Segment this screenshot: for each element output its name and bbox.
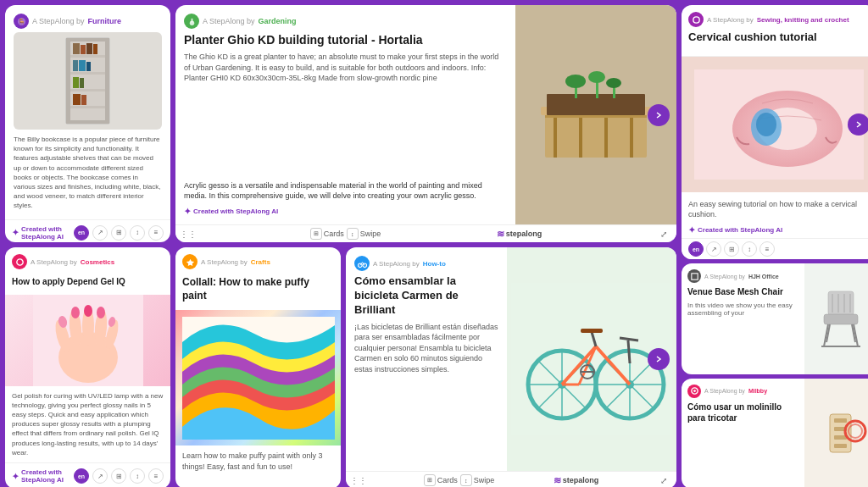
cards-btn[interactable]: ⊞ — [111, 225, 126, 241]
stepalong-logo: ≋ stepalong — [554, 475, 599, 486]
mol-title: Cómo usar un molinillo para tricotar — [687, 401, 798, 423]
mesh-title: Venue Base Mesh Chair — [687, 286, 798, 297]
card-tag: A StepAlong by Milbby — [687, 385, 798, 398]
card-billy: 🪑 A StepAlong by Furniture — [5, 5, 170, 242]
next-button[interactable] — [648, 348, 670, 370]
tag-prefix: A StepAlong by — [704, 274, 745, 279]
svg-point-56 — [693, 390, 696, 392]
svg-rect-60 — [834, 435, 847, 440]
swipe-icon[interactable]: ↕ — [347, 228, 359, 240]
svg-point-75 — [97, 307, 105, 318]
cards-icon[interactable]: ⊞ — [424, 474, 436, 486]
svg-rect-49 — [824, 314, 858, 324]
ai-label: ✦ Created with StepAlong AI — [184, 207, 507, 216]
toolbar: ⋮⋮ ⊞ Cards ↕ Swipe ≋ stepalong ⤢ — [175, 224, 676, 242]
view-options[interactable]: ⊞ Cards ↕ Swipe — [310, 228, 381, 240]
right-column: A StepAlong by Sewing, knitting and croc… — [682, 5, 868, 487]
card-tag: A StepAlong by How-to — [354, 256, 498, 271]
gel-image — [5, 295, 170, 386]
lang-btn[interactable]: en — [688, 241, 704, 257]
swipe-btn[interactable]: ↕ — [742, 241, 757, 257]
ai-label: ✦ Created with StepAlong AI — [12, 468, 74, 484]
tag-prefix: A StepAlong by — [201, 258, 248, 266]
tag-icon — [354, 256, 370, 271]
cards-btn[interactable]: ⊞ — [724, 241, 739, 257]
tag-icon — [688, 12, 704, 27]
svg-rect-27 — [579, 118, 582, 158]
card-title: Cervical cushion tutorial — [688, 30, 868, 45]
card-mesh: A StepAlong by HJH Office Venue Base Mes… — [682, 263, 868, 374]
share-btn[interactable]: ↗ — [92, 468, 108, 484]
card-tag: A StepAlong by Cosmetics — [5, 247, 170, 269]
expand-icon[interactable]: ⤢ — [658, 474, 670, 486]
svg-rect-4 — [105, 38, 109, 124]
expand-icon[interactable]: ⤢ — [658, 228, 670, 240]
svg-rect-10 — [70, 106, 105, 108]
swipe-option[interactable]: ↕ Swipe — [347, 228, 381, 240]
svg-point-35 — [588, 71, 605, 83]
svg-rect-6 — [66, 120, 109, 124]
svg-text:🪑: 🪑 — [18, 18, 26, 25]
svg-rect-5 — [66, 38, 109, 42]
swipe-option[interactable]: ↕ Swipe — [460, 474, 495, 486]
mesh-desc: In this video we show you the easy assem… — [687, 302, 798, 317]
svg-rect-18 — [73, 77, 79, 88]
svg-rect-26 — [554, 118, 557, 158]
card-tag: A StepAlong by Gardening — [184, 14, 507, 29]
share-btn[interactable]: ↗ — [92, 225, 108, 241]
planter-image — [515, 5, 676, 224]
cards-icon[interactable]: ⊞ — [310, 228, 322, 240]
card-footer: ✦ Created with StepAlong AI en ↗ ⊞ ↕ ≡ — [5, 219, 170, 243]
swipe-icon[interactable]: ↕ — [460, 474, 472, 486]
menu-icon[interactable]: ⋮⋮ — [353, 474, 364, 486]
cards-btn[interactable]: ⊞ — [111, 468, 126, 484]
card-gel: A StepAlong by Cosmetics How to apply De… — [5, 247, 170, 487]
cards-option[interactable]: ⊞ Cards — [424, 474, 458, 486]
footer-actions[interactable]: en ↗ ⊞ ↕ ≡ — [74, 225, 164, 241]
cards-option[interactable]: ⊞ Cards — [310, 228, 344, 240]
mesh-text: A StepAlong by HJH Office Venue Base Mes… — [682, 263, 804, 374]
svg-rect-13 — [86, 43, 92, 54]
card-desc: The Ghio KD is a great planter to have; … — [184, 52, 507, 175]
tag-icon — [182, 254, 198, 269]
svg-rect-61 — [834, 444, 847, 448]
next-button[interactable] — [848, 113, 868, 136]
tag-label: Cosmetics — [81, 258, 114, 266]
svg-rect-15 — [73, 60, 78, 71]
cervical-desc-section: Acrylic gesso is a versatile and indispe… — [184, 175, 507, 216]
tag-label: How-to — [423, 260, 446, 268]
card-desc: The Billy bookcase is a popular piece of… — [14, 135, 162, 211]
svg-rect-11 — [73, 43, 80, 54]
swipe-btn[interactable]: ↕ — [130, 468, 145, 484]
tag-prefix: A StepAlong by — [373, 260, 420, 268]
menu-icon[interactable]: ⋮⋮ — [182, 228, 194, 240]
view-options[interactable]: ⊞ Cards ↕ Swipe — [424, 474, 495, 486]
card-tag: A StepAlong by Sewing, knitting and croc… — [688, 12, 868, 27]
svg-point-37 — [606, 78, 621, 88]
next-button[interactable] — [648, 104, 670, 126]
svg-rect-19 — [80, 78, 84, 88]
svg-rect-29 — [630, 118, 633, 158]
lang-btn[interactable]: en — [74, 225, 89, 241]
footer-actions[interactable]: en ↗ ⊞ ↕ ≡ — [74, 468, 164, 484]
share-btn[interactable]: ↗ — [706, 241, 721, 257]
bike-text: A StepAlong by How-to Cómo ensamblar la … — [346, 247, 507, 471]
menu-btn[interactable]: ≡ — [148, 468, 164, 484]
card-body: Learn how to make puffy paint with only … — [175, 445, 341, 487]
swipe-btn[interactable]: ↕ — [130, 225, 145, 241]
menu-btn[interactable]: ≡ — [148, 225, 164, 241]
toolbar: en ↗ ⊞ ↕ ≡ — [682, 238, 868, 259]
svg-point-74 — [84, 305, 92, 317]
desc-text: An easy sewing tutorial on how to make a… — [688, 199, 868, 220]
svg-rect-17 — [86, 62, 91, 71]
tag-label: Crafts — [251, 258, 270, 266]
svg-line-99 — [628, 340, 630, 363]
lang-btn[interactable]: en — [74, 468, 89, 484]
card-title: How to apply Depend Gel IQ — [5, 273, 170, 291]
card-tag: 🪑 A StepAlong by Furniture — [14, 14, 162, 29]
menu-btn[interactable]: ≡ — [760, 241, 775, 257]
card-body: An easy sewing tutorial on how to make a… — [682, 192, 868, 238]
tag-prefix: A StepAlong by — [32, 17, 85, 25]
footer-actions[interactable]: en ↗ ⊞ ↕ ≡ — [688, 241, 775, 257]
svg-rect-43 — [691, 273, 697, 279]
